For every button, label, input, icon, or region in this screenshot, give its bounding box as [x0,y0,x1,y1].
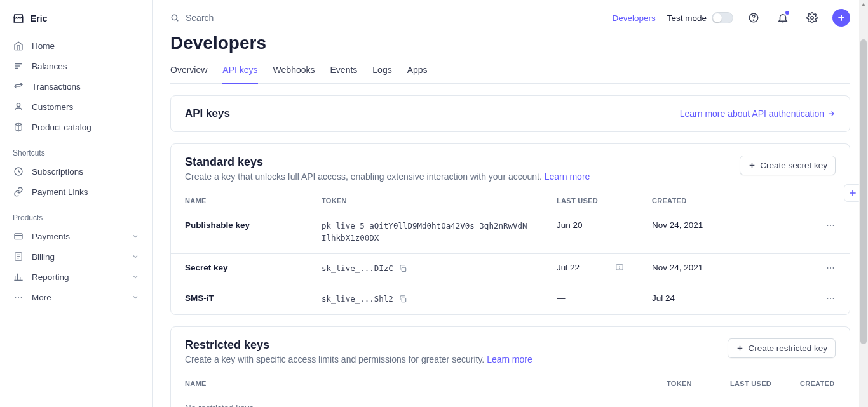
create-secret-key-button[interactable]: Create secret key [740,156,836,175]
row-actions-button[interactable] [825,220,836,230]
row-actions-button[interactable] [825,293,836,304]
svg-point-9 [21,297,22,298]
sidebar-item-billing[interactable]: Billing [0,246,152,267]
restricted-keys-title: Restricted keys [185,338,728,352]
more-icon [13,291,24,303]
standard-keys-desc-text: Create a key that unlocks full API acces… [185,171,545,182]
notifications-button[interactable] [774,9,792,27]
key-token[interactable]: sk_live_...Shl2 [322,293,393,305]
search-input[interactable]: Search [170,13,602,23]
svg-point-24 [827,297,828,298]
balances-icon [13,60,24,72]
svg-point-10 [172,15,177,20]
key-token[interactable]: pk_live_5 aQitY0llD9Md0htOa42V0s 3qh2nRw… [322,220,529,244]
key-last-used: Jun 20 [543,211,638,254]
standard-keys-table: NAME TOKEN LAST USED CREATED Publishable… [171,190,850,314]
key-last-used: Jul 22 [543,253,638,284]
empty-message: No restricted keys [171,394,850,407]
table-row: SMS-iTsk_live_...Shl2—Jul 24 [171,284,850,314]
sidebar-item-label: Reporting [32,272,69,282]
link-icon [13,186,24,197]
svg-point-16 [833,225,834,226]
standard-keys-card: Standard keys Create a key that unlocks … [170,143,850,315]
search-icon [170,13,179,22]
key-created: Jul 24 [638,284,811,314]
sidebar-section-shortcuts: Shortcuts [0,137,152,161]
brand[interactable]: Eric [0,10,152,36]
api-auth-learn-link[interactable]: Learn more about API authentication [680,109,836,119]
table-row: No restricted keys [171,394,850,407]
sidebar-item-label: Product catalog [32,123,92,132]
sidebar-item-reporting[interactable]: Reporting [0,267,152,287]
tab-overview[interactable]: Overview [170,58,207,83]
col-created: CREATED [638,190,811,211]
key-name: Publishable key [171,211,308,254]
tab-webhooks[interactable]: Webhooks [273,58,315,83]
svg-rect-5 [15,234,22,239]
col-created: CREATED [786,373,850,394]
brand-name: Eric [31,13,47,23]
testmode-toggle[interactable] [712,12,733,23]
sidebar-item-payments[interactable]: Payments [0,226,152,246]
sidebar-item-customers[interactable]: Customers [0,97,152,117]
sidebar-section-products: Products [0,202,152,226]
standard-learn-link[interactable]: Learn more [545,171,590,182]
sidebar-item-label: Customers [32,102,73,112]
search-placeholder: Search [186,13,214,23]
chevron-down-icon [132,273,139,281]
col-last-used: LAST USED [543,190,638,211]
svg-point-21 [830,267,831,268]
row-actions-button[interactable] [825,263,836,273]
standard-keys-title: Standard keys [185,156,740,169]
sidebar-item-payment-links[interactable]: Payment Links [0,182,152,202]
sidebar-item-label: Billing [32,252,55,262]
sidebar-item-balances[interactable]: Balances [0,56,152,76]
arrow-right-icon [827,109,836,118]
notification-dot-icon [785,11,789,15]
reporting-icon [13,271,24,283]
copy-icon[interactable] [398,264,407,273]
sidebar-item-transactions[interactable]: Transactions [0,76,152,97]
svg-rect-23 [402,298,405,302]
apikeys-title: API keys [185,107,230,120]
copy-icon[interactable] [398,295,407,304]
col-last-used: LAST USED [716,373,786,394]
standard-keys-desc: Create a key that unlocks full API acces… [185,171,740,182]
sidebar-item-more[interactable]: More [0,287,152,307]
svg-point-20 [827,267,828,268]
testmode-toggle-group: Test mode [667,12,733,23]
tab-api-keys[interactable]: API keys [222,58,257,84]
col-name: NAME [171,190,308,211]
svg-point-13 [811,17,814,20]
sidebar: Eric Home Balances Transactions Customer… [0,0,153,407]
create-button[interactable] [832,9,850,27]
sidebar-item-label: Subscriptions [32,167,83,177]
settings-button[interactable] [803,9,821,27]
transactions-icon [13,81,24,92]
topbar: Search Developers Test mode [153,0,868,36]
info-icon [615,263,624,272]
developers-link[interactable]: Developers [612,13,655,23]
tab-apps[interactable]: Apps [407,58,428,83]
tabs: Overview API keys Webhooks Events Logs A… [170,58,850,84]
col-token: TOKEN [653,373,716,394]
scrollbar[interactable]: ▲ [859,0,868,407]
scrollbar-thumb[interactable] [860,39,867,344]
customers-icon [13,101,24,112]
sidebar-item-product-catalog[interactable]: Product catalog [0,117,152,137]
restricted-learn-link[interactable]: Learn more [487,354,532,364]
key-token[interactable]: sk_live_...DIzC [322,263,393,275]
help-button[interactable] [745,9,763,27]
create-restricted-key-button[interactable]: Create restricted key [728,338,836,358]
svg-rect-17 [402,267,405,271]
create-restricted-key-label: Create restricted key [748,344,827,353]
tab-events[interactable]: Events [330,58,358,83]
sidebar-item-subscriptions[interactable]: Subscriptions [0,161,152,182]
clock-icon [13,166,24,177]
create-secret-key-label: Create secret key [760,161,827,170]
content: Developers Overview API keys Webhooks Ev… [153,36,868,407]
tab-logs[interactable]: Logs [372,58,391,83]
key-token-cell: pk_live_5 aQitY0llD9Md0htOa42V0s 3qh2nRw… [308,211,543,254]
scroll-up-icon[interactable]: ▲ [859,0,868,9]
sidebar-item-home[interactable]: Home [0,36,152,56]
